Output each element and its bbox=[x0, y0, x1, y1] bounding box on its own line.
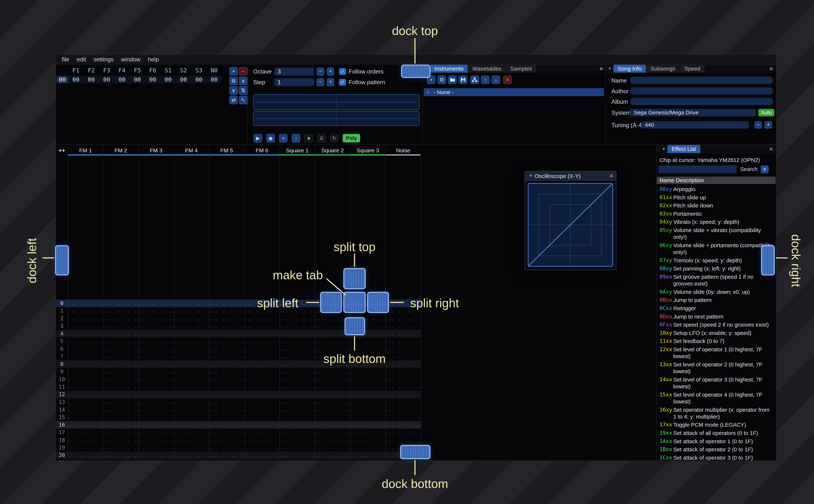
pattern-cell[interactable]: ... .. .. ... bbox=[138, 384, 173, 390]
pattern-cell[interactable]: ... .. .. ... bbox=[279, 437, 315, 443]
pattern-cell[interactable]: ... .. .. ... bbox=[138, 377, 173, 382]
pattern-cell[interactable]: ... .. .. ... bbox=[209, 300, 244, 306]
pattern-cell[interactable]: ... .. .. ... bbox=[244, 346, 279, 352]
pattern-cell[interactable]: ... .. .. ... bbox=[174, 346, 209, 352]
pattern-cell[interactable]: ... .. .. ... bbox=[279, 407, 315, 412]
pattern-cell[interactable]: ... .. .. ... bbox=[138, 414, 173, 420]
effect-row[interactable]: 08xySet panning (x: left; y: right) bbox=[657, 265, 776, 273]
pattern-cell[interactable]: ... .. .. ... bbox=[103, 430, 138, 435]
order-cell[interactable]: 00 bbox=[191, 76, 206, 83]
effect-search-input[interactable] bbox=[658, 165, 737, 173]
close-icon[interactable]: × bbox=[600, 65, 603, 72]
pattern-cell[interactable]: ... .. .. ... bbox=[209, 437, 244, 443]
effect-row[interactable]: 02xxPitch slide down bbox=[657, 202, 776, 210]
pattern-cell[interactable]: ... .. .. ... bbox=[279, 392, 315, 397]
auto-system-button[interactable]: Auto bbox=[758, 109, 774, 116]
pattern-cell[interactable]: ... .. .. ... bbox=[103, 414, 138, 420]
pattern-cell[interactable]: ... .. .. ... bbox=[68, 369, 103, 374]
pattern-cell[interactable]: ... .. .. ... bbox=[68, 331, 103, 336]
pattern-cell[interactable]: ... .. .. ... bbox=[315, 407, 350, 412]
stop-button[interactable]: ◉ bbox=[266, 134, 275, 142]
make-tab-target[interactable] bbox=[343, 292, 366, 313]
order-row-number[interactable]: 00 bbox=[57, 76, 68, 83]
pattern-cell[interactable]: ... .. .. ... bbox=[174, 316, 209, 321]
pattern-cell[interactable]: ... .. .. ... bbox=[209, 407, 244, 412]
menu-item-settings[interactable]: settings bbox=[90, 55, 117, 64]
pattern-cell[interactable]: ... .. .. ... bbox=[244, 323, 279, 329]
order-cell[interactable]: 00 bbox=[114, 76, 130, 83]
dock-target-right[interactable] bbox=[761, 245, 775, 275]
system-input[interactable]: Sega Genesis/Mega Drive bbox=[630, 109, 756, 116]
pattern-cell[interactable]: ... .. .. ... bbox=[174, 384, 209, 390]
pattern-cell[interactable]: ... .. .. ... bbox=[174, 369, 209, 374]
pattern-cell[interactable]: ... .. .. ... bbox=[385, 430, 421, 435]
split-target-top[interactable] bbox=[343, 268, 366, 289]
instrument-open-button[interactable] bbox=[448, 76, 457, 84]
pattern-cell[interactable]: ... .. .. ... bbox=[209, 361, 244, 367]
pattern-cell[interactable]: ... .. .. ... bbox=[174, 331, 209, 336]
pattern-cell[interactable]: ... .. .. ... bbox=[279, 338, 315, 344]
pattern-cell[interactable]: ... .. .. ... bbox=[385, 331, 421, 336]
pattern-cell[interactable]: ... .. .. ... bbox=[68, 377, 103, 382]
order-cell[interactable]: 00 bbox=[145, 76, 160, 83]
pattern-cell[interactable]: ... .. .. ... bbox=[103, 392, 138, 397]
order-cell[interactable]: 00 bbox=[68, 76, 83, 83]
pattern-cell[interactable]: ... .. .. ... bbox=[174, 354, 209, 359]
pattern-cell[interactable]: ... .. .. ... bbox=[315, 460, 350, 461]
order-move-down-button[interactable]: ∨ bbox=[229, 86, 238, 95]
pattern-cell[interactable]: ... .. .. ... bbox=[138, 460, 173, 461]
pattern-cell[interactable]: ... .. .. ... bbox=[68, 437, 103, 443]
pattern-cell[interactable]: ... .. .. ... bbox=[68, 346, 103, 352]
pattern-cell[interactable]: ... .. .. ... bbox=[350, 422, 385, 428]
effect-row[interactable]: 1BxxSet attack of operator 2 (0 to 1F) bbox=[657, 445, 776, 454]
pattern-cell[interactable]: ... .. .. ... bbox=[279, 422, 315, 428]
order-duplicate-button[interactable]: ⧉ bbox=[229, 77, 238, 85]
step-input[interactable]: 1 bbox=[274, 78, 314, 86]
pattern-cell[interactable]: ... .. .. ... bbox=[279, 331, 315, 336]
pattern-cell[interactable]: ... .. .. ... bbox=[244, 338, 279, 344]
menu-item-help[interactable]: help bbox=[144, 55, 163, 64]
pattern-channel-header[interactable]: FM 1 bbox=[68, 147, 103, 155]
pattern-cell[interactable]: ... .. .. ... bbox=[103, 384, 138, 390]
pattern-cell[interactable]: ... .. .. ... bbox=[350, 452, 385, 458]
pattern-cell[interactable]: ... .. .. ... bbox=[138, 399, 173, 405]
pattern-cell[interactable]: ... .. .. ... bbox=[209, 422, 244, 428]
effect-row[interactable]: 0AxyVolume slide (0y: down; x0: up) bbox=[657, 288, 776, 296]
pattern-cell[interactable]: ... .. .. ... bbox=[68, 316, 103, 321]
pattern-channel-header[interactable]: Noise bbox=[385, 147, 421, 155]
poly-button[interactable]: Poly bbox=[343, 134, 360, 142]
song-name-input[interactable] bbox=[630, 77, 773, 84]
dock-target-bottom[interactable] bbox=[400, 445, 431, 459]
pattern-cell[interactable]: ... .. .. ... bbox=[279, 414, 315, 420]
pattern-cell[interactable]: ... .. .. ... bbox=[103, 308, 138, 314]
close-icon[interactable]: × bbox=[769, 145, 773, 153]
effect-row[interactable]: 1AxxSet attack of operator 1 (0 to 1F) bbox=[657, 437, 776, 445]
pattern-cell[interactable]: ... .. .. ... bbox=[68, 384, 103, 390]
pattern-cell[interactable]: ... .. .. ... bbox=[103, 300, 138, 306]
order-move-up-button[interactable]: ∧ bbox=[239, 77, 247, 85]
pattern-cell[interactable]: ... .. .. ... bbox=[209, 316, 244, 321]
effect-row[interactable]: 06xyVolume slide + portamento (compatibi… bbox=[657, 241, 776, 256]
pattern-cell[interactable]: ... .. .. ... bbox=[315, 452, 350, 458]
order-cell[interactable]: 00 bbox=[83, 76, 99, 83]
pattern-cell[interactable]: ... .. .. ... bbox=[244, 369, 279, 374]
pattern-cell[interactable]: ... .. .. ... bbox=[385, 384, 421, 390]
pattern-cell[interactable]: ... .. .. ... bbox=[244, 407, 279, 412]
pattern-cell[interactable]: ... .. .. ... bbox=[138, 308, 173, 314]
pattern-cell[interactable]: ... .. .. ... bbox=[209, 399, 244, 405]
pattern-cell[interactable]: ... .. .. ... bbox=[103, 452, 138, 458]
pattern-cell[interactable]: ... .. .. ... bbox=[174, 392, 209, 397]
order-change-mode-button[interactable]: ⇅ bbox=[239, 86, 247, 95]
pattern-cell[interactable]: ... .. .. ... bbox=[385, 437, 421, 443]
split-target-bottom[interactable] bbox=[344, 317, 365, 335]
pattern-cell[interactable]: ... .. .. ... bbox=[209, 369, 244, 374]
pattern-cell[interactable]: ... .. .. ... bbox=[103, 445, 138, 450]
pattern-cell[interactable]: ... .. .. ... bbox=[68, 300, 103, 306]
pattern-cell[interactable]: ... .. .. ... bbox=[174, 414, 209, 420]
pattern-cell[interactable]: ... .. .. ... bbox=[174, 460, 209, 461]
menu-item-edit[interactable]: edit bbox=[73, 55, 90, 64]
instrument-move-down-button[interactable]: ↓ bbox=[492, 76, 500, 84]
effect-row[interactable]: 14xxSet level of operator 3 (0 highest, … bbox=[657, 375, 776, 391]
pattern-cell[interactable]: ... .. .. ... bbox=[138, 316, 173, 321]
pattern-cell[interactable]: ... .. .. ... bbox=[209, 384, 244, 390]
